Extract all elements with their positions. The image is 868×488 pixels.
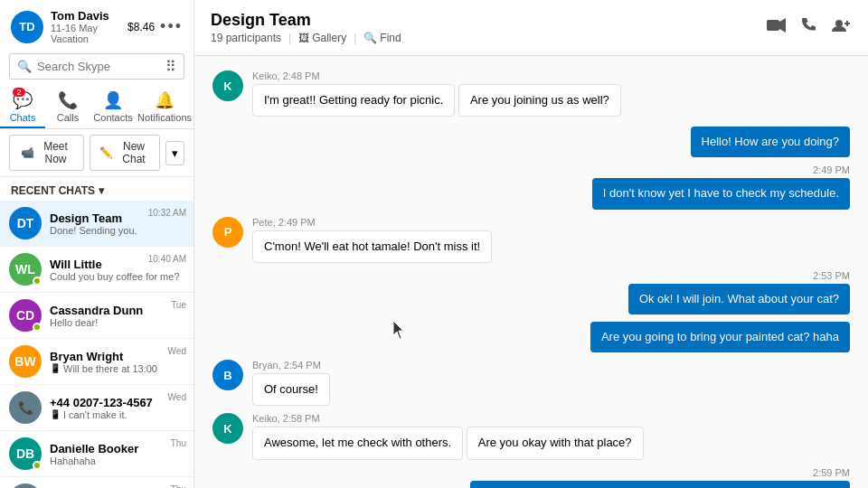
add-participant-button[interactable] xyxy=(832,17,852,38)
chat-time-design-team: 10:32 AM xyxy=(148,208,186,218)
outgoing-col-253: 2:53 PM Ok ok! I will join. What about y… xyxy=(590,270,850,356)
chat-item-will-little[interactable]: WL Will Little Could you buy coffee for … xyxy=(0,247,193,293)
tab-contacts[interactable]: 👤 Contacts xyxy=(90,85,136,128)
msg-content-keiko-258: Keiko, 2:58 PM Awesome, let me check wit… xyxy=(252,413,644,463)
chat-item-phone2[interactable]: 📞 +1 415-748-7920 📱 Thank you! See ya! T… xyxy=(0,477,193,488)
search-icon: 🔍 xyxy=(17,60,32,73)
msg-bubble-keiko-1: I'm great!! Getting ready for picnic. xyxy=(252,84,455,117)
meet-now-button[interactable]: 📹 Meet Now xyxy=(9,135,84,171)
outgoing-col-259: 2:59 PM When it comes to choosing a vaca… xyxy=(470,467,850,489)
tab-chats[interactable]: 💬 Chats 2 xyxy=(0,85,45,128)
chat-name-cassandra-dunn: Cassandra Dunn xyxy=(50,304,184,317)
chats-badge: 2 xyxy=(13,88,25,97)
find-icon: 🔍 xyxy=(363,32,377,44)
chat-item-bryan-wright[interactable]: BW Bryan Wright 📱 Will be there at 13:00… xyxy=(0,339,193,385)
user-info: Tom Davis 11-16 May Vacation xyxy=(51,9,127,44)
gallery-icon: 🖼 xyxy=(298,32,309,44)
avatar-pete: P xyxy=(212,217,243,248)
tab-chats-label: Chats xyxy=(10,112,36,123)
outgoing-col-249: 2:49 PM I don't know yet I have to check… xyxy=(592,164,850,212)
msg-group-keiko-258: K Keiko, 2:58 PM Awesome, let me check w… xyxy=(212,413,850,463)
chat-item-phone1[interactable]: 📞 +44 0207-123-4567 📱 I can't make it. W… xyxy=(0,385,193,431)
msg-sender-time-keiko-258: Keiko, 2:58 PM xyxy=(252,413,644,424)
action-buttons: 📹 Meet Now ✏️ New Chat ▾ xyxy=(0,129,193,177)
msg-bubble-out-hello: Hello! How are you doing? xyxy=(691,127,850,157)
audio-call-button[interactable] xyxy=(801,17,817,38)
msg-group-bryan-254: B Bryan, 2:54 PM Of course! xyxy=(212,360,850,409)
meet-now-label: Meet Now xyxy=(39,140,72,165)
user-avatar: TD xyxy=(11,11,43,43)
sidebar: TD Tom Davis 11-16 May Vacation $8.46 ••… xyxy=(0,0,194,488)
apps-icon[interactable]: ⠿ xyxy=(165,58,176,75)
meet-now-icon: 📹 xyxy=(21,146,34,159)
find-link[interactable]: 🔍 Find xyxy=(363,32,401,44)
avatar-bryan-wright: BW xyxy=(9,345,42,378)
recent-chats-label: RECENT CHATS xyxy=(11,184,95,197)
tab-calls-label: Calls xyxy=(57,112,79,123)
outgoing-col-hello: Hello! How are you doing? xyxy=(691,124,850,161)
avatar-danielle-booker: DB xyxy=(9,437,42,470)
avatar-keiko: K xyxy=(212,70,243,101)
msg-bubble-out-253-2: Are you going to bring your painted cat?… xyxy=(590,322,850,352)
chat-content-bryan-wright: Bryan Wright 📱 Will be there at 13:00 xyxy=(50,350,184,374)
tab-calls[interactable]: 📞 Calls xyxy=(45,85,90,128)
msg-bubble-keiko-258-1: Awesome, let me check with others. xyxy=(252,427,463,459)
msg-bubble-bryan-1: Of course! xyxy=(252,373,330,406)
search-input[interactable] xyxy=(37,60,160,73)
recent-chats-header: RECENT CHATS ▾ xyxy=(0,177,193,201)
chat-item-cassandra-dunn[interactable]: CD Cassandra Dunn Hello dear! Tue xyxy=(0,293,193,339)
chat-subtitle: 19 participants | 🖼 Gallery | 🔍 Find xyxy=(211,32,401,44)
avatar-design-team: DT xyxy=(9,207,42,239)
messages-area[interactable]: K Keiko, 2:48 PM I'm great!! Getting rea… xyxy=(194,56,868,488)
status-danielle-booker xyxy=(33,461,42,470)
chat-list: DT Design Team Done! Sending you. 10:32 … xyxy=(0,201,193,488)
main-chat-area: Design Team 19 participants | 🖼 Gallery … xyxy=(194,0,868,488)
msg-bubble-out-253-1: Ok ok! I will join. What about your cat? xyxy=(628,284,850,314)
user-balance: $8.46 xyxy=(127,21,155,33)
user-status: 11-16 May Vacation xyxy=(51,23,127,44)
msg-sender-time-keiko-248: Keiko, 2:48 PM xyxy=(252,70,621,81)
chat-title: Design Team xyxy=(211,11,401,30)
chat-time-will-little: 10:40 AM xyxy=(148,254,186,264)
chat-preview-danielle-booker: Hahahaha xyxy=(50,455,184,466)
calls-icon: 📞 xyxy=(58,90,78,110)
new-chat-label: New Chat xyxy=(118,140,150,165)
svg-rect-0 xyxy=(767,20,779,31)
status-will-little xyxy=(33,277,42,286)
msg-group-out-249: 2:49 PM I don't know yet I have to check… xyxy=(212,164,850,212)
msg-group-out-253: 2:53 PM Ok ok! I will join. What about y… xyxy=(212,270,850,356)
video-call-button[interactable] xyxy=(767,18,787,37)
svg-marker-1 xyxy=(779,18,786,33)
more-options-button[interactable]: ••• xyxy=(160,17,183,36)
outgoing-time-249: 2:49 PM xyxy=(813,164,850,175)
msg-bubble-pete-1: C'mon! We'll eat hot tamale! Don't miss … xyxy=(252,230,492,263)
chat-time-danielle-booker: Thu xyxy=(171,438,186,448)
video-icon xyxy=(767,18,787,33)
nav-tabs: 💬 Chats 2 📞 Calls 👤 Contacts 🔔 Notificat… xyxy=(0,85,193,129)
msg-content-bryan-254: Bryan, 2:54 PM Of course! xyxy=(252,360,330,409)
participant-count: 19 participants xyxy=(211,32,281,44)
add-person-icon xyxy=(832,17,852,33)
tab-notifications-label: Notifications xyxy=(137,112,192,123)
chat-content-cassandra-dunn: Cassandra Dunn Hello dear! xyxy=(50,304,184,328)
avatar-bryan: B xyxy=(212,360,243,390)
header-actions xyxy=(767,17,852,38)
new-chat-icon: ✏️ xyxy=(99,146,113,159)
chat-item-danielle-booker[interactable]: DB Danielle Booker Hahahaha Thu xyxy=(0,431,193,477)
user-name: Tom Davis xyxy=(51,9,127,23)
tab-notifications[interactable]: 🔔 Notifications xyxy=(136,85,193,128)
sidebar-header: TD Tom Davis 11-16 May Vacation $8.46 ••… xyxy=(0,0,193,50)
gallery-link[interactable]: 🖼 Gallery xyxy=(298,32,346,44)
svg-point-2 xyxy=(835,20,843,27)
new-chat-chevron[interactable]: ▾ xyxy=(165,141,184,165)
chat-time-phone2: Thu xyxy=(171,484,186,488)
chat-time-phone1: Wed xyxy=(168,392,186,402)
chat-content-danielle-booker: Danielle Booker Hahahaha xyxy=(50,442,184,466)
new-chat-button[interactable]: ✏️ New Chat xyxy=(90,135,160,171)
chat-name-bryan-wright: Bryan Wright xyxy=(50,350,184,363)
contacts-icon: 👤 xyxy=(103,90,123,110)
msg-group-keiko-248: K Keiko, 2:48 PM I'm great!! Getting rea… xyxy=(212,70,850,120)
avatar-cassandra-dunn: CD xyxy=(9,299,42,332)
chat-item-design-team[interactable]: DT Design Team Done! Sending you. 10:32 … xyxy=(0,201,193,247)
recent-chats-chevron: ▾ xyxy=(99,184,104,197)
